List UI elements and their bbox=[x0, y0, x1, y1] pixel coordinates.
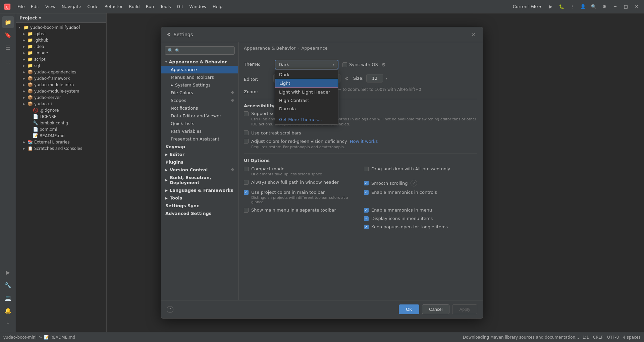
theme-get-more[interactable]: Get More Themes... bbox=[275, 115, 338, 124]
nav-appearance-behavior[interactable]: ▾ Appearance & Behavior bbox=[161, 58, 238, 66]
settings-search-box[interactable]: 🔍 bbox=[165, 46, 235, 55]
status-line-endings[interactable]: CRLF bbox=[593, 335, 603, 340]
menu-view[interactable]: View bbox=[43, 3, 58, 10]
theme-option-darcula[interactable]: Darcula bbox=[275, 105, 338, 113]
nav-version-control[interactable]: ▶ Version Control ⚙ bbox=[161, 166, 238, 174]
close-button[interactable]: ✕ bbox=[632, 2, 641, 11]
dialog-help-button[interactable]: ? bbox=[167, 306, 173, 313]
keep-popups-checkbox[interactable] bbox=[364, 225, 369, 229]
nav-menus-toolbars[interactable]: Menus and Toolbars bbox=[161, 73, 238, 81]
cancel-button[interactable]: Cancel bbox=[422, 304, 449, 314]
sync-gear-icon[interactable]: ⚙ bbox=[380, 61, 387, 68]
settings-search-input[interactable] bbox=[175, 48, 232, 53]
menu-code[interactable]: Code bbox=[85, 3, 101, 10]
status-project[interactable]: yudao-boot-mini bbox=[3, 335, 37, 340]
menu-build[interactable]: Build bbox=[126, 3, 143, 10]
status-encoding[interactable]: UTF-8 bbox=[607, 335, 619, 340]
theme-dropdown-menu: Dark Light Light with Light Header High … bbox=[275, 69, 338, 125]
ok-button[interactable]: OK bbox=[399, 304, 419, 314]
menu-edit[interactable]: Edit bbox=[28, 3, 42, 10]
sync-os-checkbox[interactable] bbox=[342, 62, 347, 67]
menu-window[interactable]: Window bbox=[186, 3, 209, 10]
empty-left-2 bbox=[244, 224, 357, 229]
menu-help[interactable]: Help bbox=[210, 3, 225, 10]
status-file-name[interactable]: README.md bbox=[50, 335, 75, 340]
mnemonics-controls-checkbox[interactable] bbox=[364, 190, 369, 195]
nav-item-label: Plugins bbox=[165, 160, 183, 165]
nav-languages[interactable]: ▶ Languages & Frameworks bbox=[161, 186, 238, 194]
nav-presentation-assistant[interactable]: Presentation Assistant bbox=[161, 135, 238, 143]
how-it-works-link[interactable]: How it works bbox=[350, 139, 378, 144]
nav-data-editor[interactable]: Data Editor and Viewer bbox=[161, 112, 238, 120]
drag-drop-checkbox[interactable] bbox=[364, 167, 369, 171]
maximize-button[interactable]: □ bbox=[621, 2, 631, 11]
menu-tools[interactable]: Tools bbox=[158, 3, 174, 10]
full-path-item: Always show full path in window header bbox=[244, 180, 357, 186]
nav-settings-sync[interactable]: Settings Sync bbox=[161, 202, 238, 210]
minimize-button[interactable]: ─ bbox=[610, 2, 620, 11]
search-button[interactable]: 🔍 bbox=[589, 2, 598, 11]
menu-navigate[interactable]: Navigate bbox=[59, 3, 84, 10]
screen-readers-checkbox[interactable] bbox=[244, 111, 249, 116]
menubar: IJ File Edit View Navigate Code Refactor… bbox=[0, 0, 644, 13]
nav-advanced[interactable]: Advanced Settings bbox=[161, 210, 238, 217]
theme-option-high-contrast[interactable]: High Contrast bbox=[275, 96, 338, 105]
full-path-checkbox[interactable] bbox=[244, 180, 249, 185]
nav-scopes[interactable]: Scopes ⚙ bbox=[161, 97, 238, 104]
more-run-button[interactable]: ⋮ bbox=[568, 2, 577, 11]
project-colors-checkbox[interactable] bbox=[244, 190, 249, 195]
nav-system-settings[interactable]: ▶ System Settings bbox=[161, 81, 238, 89]
nav-file-colors[interactable]: File Colors ⚙ bbox=[161, 89, 238, 97]
settings-button[interactable]: ⚙ bbox=[600, 2, 609, 11]
nav-tools[interactable]: ▶ Tools bbox=[161, 194, 238, 202]
adjust-colors-group: Adjust colors for red-green vision defic… bbox=[244, 139, 477, 150]
nav-plugins[interactable]: Plugins bbox=[161, 158, 238, 166]
apply-button[interactable]: Apply bbox=[452, 304, 477, 314]
menu-run[interactable]: Run bbox=[143, 3, 157, 10]
dropdown-arrow-icon: ▾ bbox=[333, 63, 334, 66]
show-main-menu-row: Show main menu in a separate toolbar bbox=[244, 208, 357, 213]
compact-mode-checkbox[interactable] bbox=[244, 167, 249, 171]
status-position[interactable]: 1:1 bbox=[582, 335, 589, 340]
dialog-overlay: ⚙ Settings ✕ 🔍 ▾ Appearance & Behavior bbox=[0, 13, 644, 332]
editor-gear-icon[interactable]: ⚙ bbox=[343, 75, 351, 82]
theme-option-light-header[interactable]: Light with Light Header bbox=[275, 88, 338, 96]
nav-arrow-icon: ▶ bbox=[165, 168, 168, 172]
theme-option-dark[interactable]: Dark bbox=[275, 70, 338, 79]
contrast-scrollbars-checkbox[interactable] bbox=[244, 130, 249, 135]
smooth-scrolling-checkbox[interactable] bbox=[364, 181, 369, 185]
theme-controls: Dark ▾ Dark Light Light with Light Heade… bbox=[275, 60, 477, 69]
menu-refactor[interactable]: Refactor bbox=[102, 3, 125, 10]
profile-button[interactable]: 👤 bbox=[578, 2, 588, 11]
smooth-scrolling-help-icon[interactable]: ? bbox=[411, 180, 417, 186]
nav-arrow-icon: ▶ bbox=[171, 83, 173, 87]
menu-git[interactable]: Git bbox=[174, 3, 186, 10]
run-button[interactable]: ▶ bbox=[546, 2, 555, 11]
settings-content: Appearance & Behavior › Appearance Theme… bbox=[238, 42, 483, 300]
nav-editor[interactable]: ▶ Editor bbox=[161, 151, 238, 158]
dialog-close-button[interactable]: ✕ bbox=[469, 31, 477, 39]
nav-notifications[interactable]: Notifications bbox=[161, 104, 238, 112]
mnemonics-menu-checkbox[interactable] bbox=[364, 208, 369, 213]
menu-file[interactable]: File bbox=[15, 3, 28, 10]
run-config[interactable]: Current File ▾ bbox=[509, 3, 545, 10]
nav-appearance[interactable]: Appearance bbox=[161, 66, 238, 73]
smooth-scrolling-label: Smooth scrolling bbox=[371, 181, 408, 186]
nav-quick-lists[interactable]: Quick Lists bbox=[161, 120, 238, 127]
nav-badge: ⚙ bbox=[231, 98, 234, 103]
theme-option-light[interactable]: Light bbox=[275, 79, 338, 88]
display-icons-checkbox[interactable] bbox=[364, 216, 369, 221]
nav-item-label: Appearance bbox=[171, 67, 197, 72]
keep-popups-label: Keep popups open for toggle items bbox=[371, 224, 448, 229]
project-colors-row: Use project colors in main toolbar bbox=[244, 190, 357, 195]
nav-path-variables[interactable]: Path Variables bbox=[161, 127, 238, 135]
show-main-menu-checkbox[interactable] bbox=[244, 208, 249, 213]
status-indent[interactable]: 4 spaces bbox=[623, 335, 641, 340]
nav-keymap[interactable]: Keymap bbox=[161, 143, 238, 151]
font-size-value[interactable]: 12 bbox=[366, 74, 383, 82]
contrast-scrollbars-label: Use contrast scrollbars bbox=[251, 130, 301, 135]
nav-build[interactable]: ▶ Build, Execution, Deployment bbox=[161, 174, 238, 186]
debug-button[interactable]: 🐛 bbox=[557, 2, 566, 11]
theme-dropdown[interactable]: Dark ▾ bbox=[275, 60, 338, 69]
adjust-colors-checkbox[interactable] bbox=[244, 139, 249, 144]
